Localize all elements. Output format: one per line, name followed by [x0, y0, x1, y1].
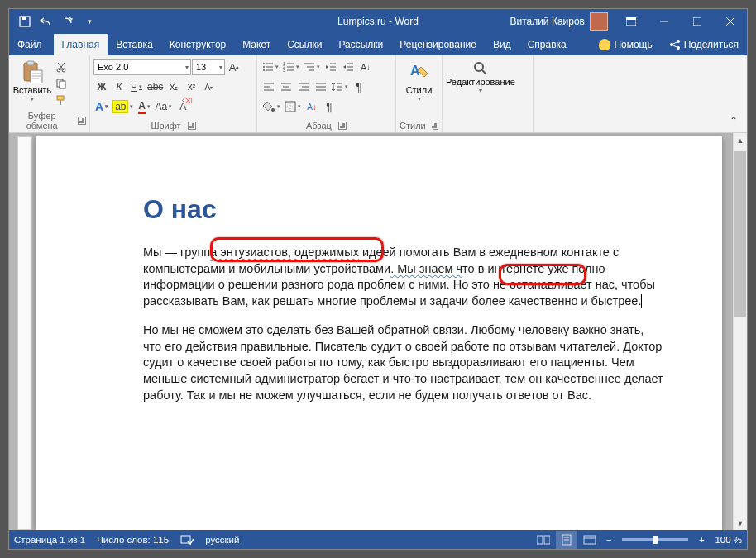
svg-rect-3 [626, 17, 636, 20]
web-layout-icon[interactable] [579, 531, 600, 549]
show-marks-button[interactable]: ¶ [351, 79, 367, 95]
svg-point-64 [271, 108, 275, 112]
pilcrow-button[interactable]: ¶ [321, 98, 337, 115]
paste-button[interactable]: Вставить ▾ [12, 59, 52, 103]
language-indicator[interactable]: русский [205, 535, 239, 545]
shading-button[interactable] [261, 98, 282, 115]
sort-button[interactable]: A↓ [357, 59, 374, 75]
clipboard-icon [21, 60, 44, 83]
text-effects-button[interactable]: A [93, 98, 110, 115]
align-right-button[interactable] [295, 79, 312, 95]
tab-review[interactable]: Рецензирование [391, 34, 485, 55]
maximize-button[interactable] [681, 9, 714, 34]
change-case-button[interactable]: Aa [153, 98, 174, 115]
copy-icon[interactable] [54, 77, 69, 90]
page-indicator[interactable]: Страница 1 из 1 [14, 535, 85, 545]
print-layout-icon[interactable] [556, 531, 577, 549]
svg-point-69 [475, 63, 483, 71]
zoom-in-button[interactable]: + [695, 535, 708, 545]
scroll-thumb[interactable] [734, 151, 746, 317]
justify-button[interactable] [313, 79, 329, 95]
status-bar: Страница 1 из 1 Число слов: 115 русский … [9, 530, 747, 549]
minimize-button[interactable] [648, 9, 681, 34]
strikethrough-button[interactable]: abc [146, 79, 165, 95]
font-size-combo[interactable]: 13▾ [192, 59, 225, 75]
clear-formatting-button[interactable]: A⌫ [175, 98, 191, 115]
grow-font-icon[interactable]: A▴ [226, 59, 242, 75]
tab-references[interactable]: Ссылки [279, 34, 330, 55]
svg-point-29 [263, 66, 265, 68]
tab-file[interactable]: Файл [9, 34, 54, 55]
tab-insert[interactable]: Вставка [108, 34, 161, 55]
align-left-button[interactable] [261, 79, 277, 95]
collapse-ribbon-button[interactable]: ⌃ [725, 112, 742, 129]
heading-about: О нас [143, 194, 664, 225]
cut-icon[interactable] [54, 60, 69, 74]
multilevel-list-button[interactable] [302, 59, 322, 75]
subscript-button[interactable]: x₂ [165, 79, 182, 95]
title-bar: ▾ Lumpics.ru - Word Виталий Каиров [9, 9, 747, 34]
svg-rect-72 [537, 536, 543, 544]
format-painter-icon[interactable] [54, 93, 69, 107]
shrink-font-icon[interactable]: A▾ [200, 79, 217, 95]
font-name-combo[interactable]: Exo 2.0▾ [93, 59, 191, 75]
share-icon [669, 39, 681, 50]
page[interactable]: О нас Мы — группа энтузиастов, одержимых… [36, 136, 722, 530]
zoom-out-button[interactable]: − [602, 535, 615, 545]
user-account[interactable]: Виталий Каиров [503, 12, 615, 31]
vertical-scrollbar[interactable]: ▲ ▼ [733, 133, 747, 530]
vertical-ruler[interactable] [17, 136, 32, 530]
redo-icon[interactable] [60, 14, 75, 29]
borders-button[interactable] [283, 98, 303, 115]
styles-button[interactable]: A Стили ▾ [400, 59, 438, 103]
underline-button[interactable]: Ч [128, 79, 145, 95]
bullets-button[interactable] [261, 59, 280, 75]
ribbon-tabs: Файл Главная Вставка Конструктор Макет С… [9, 34, 747, 55]
svg-point-27 [263, 63, 265, 64]
close-button[interactable] [714, 9, 747, 34]
tab-design[interactable]: Конструктор [161, 34, 234, 55]
svg-rect-5 [693, 17, 701, 26]
scroll-up-icon[interactable]: ▲ [734, 133, 747, 147]
bold-button[interactable]: Ж [93, 79, 110, 95]
tab-view[interactable]: Вид [485, 34, 519, 55]
numbering-button[interactable]: 123 [281, 59, 301, 75]
spell-check-icon[interactable] [180, 534, 194, 546]
svg-line-70 [482, 70, 486, 74]
text-cursor [641, 294, 642, 308]
word-count[interactable]: Число слов: 115 [97, 535, 169, 545]
qat-customize-icon[interactable]: ▾ [82, 14, 97, 29]
find-icon [472, 60, 489, 77]
highlight-button[interactable]: ab [111, 98, 135, 115]
tab-home[interactable]: Главная [54, 34, 108, 55]
decrease-indent-button[interactable] [323, 59, 339, 75]
ribbon-display-options-icon[interactable] [615, 9, 648, 34]
clipboard-dialog-launcher[interactable] [78, 117, 86, 125]
zoom-level[interactable]: 100 % [715, 535, 742, 545]
tell-me[interactable]: Помощь [591, 34, 660, 55]
scroll-down-icon[interactable]: ▼ [734, 516, 747, 530]
styles-dialog-launcher[interactable] [433, 122, 438, 130]
share-button[interactable]: Поделиться [661, 34, 747, 55]
svg-rect-15 [31, 70, 42, 83]
tab-layout[interactable]: Макет [234, 34, 279, 55]
superscript-button[interactable]: x² [183, 79, 199, 95]
undo-icon[interactable] [39, 14, 54, 29]
align-center-button[interactable] [278, 79, 294, 95]
line-spacing-button[interactable] [330, 79, 350, 95]
paragraph-dialog-launcher[interactable] [338, 122, 347, 130]
document-area: О нас Мы — группа энтузиастов, одержимых… [9, 133, 747, 530]
zoom-slider[interactable] [622, 538, 688, 541]
italic-button[interactable]: К [111, 79, 127, 95]
editing-button[interactable]: Редактирование ▾ [446, 59, 515, 94]
group-font-label: Шрифт [151, 121, 180, 131]
sort-az-button[interactable]: A↓ [304, 98, 320, 115]
window-title: Lumpics.ru - Word [337, 16, 419, 27]
tab-help[interactable]: Справка [519, 34, 575, 55]
tab-mailings[interactable]: Рассылки [330, 34, 391, 55]
save-icon[interactable] [17, 14, 32, 29]
font-color-button[interactable]: A [136, 98, 152, 115]
read-mode-icon[interactable] [533, 531, 554, 549]
font-dialog-launcher[interactable] [188, 122, 196, 130]
increase-indent-button[interactable] [340, 59, 356, 75]
